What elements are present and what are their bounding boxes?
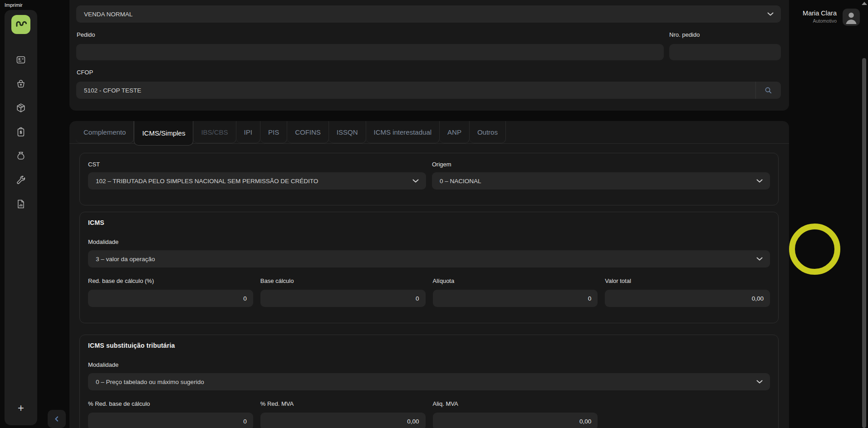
tab-pis[interactable]: PIS [260, 121, 287, 143]
pedido-field [76, 44, 664, 60]
search-icon [765, 87, 772, 94]
tab-cofins[interactable]: COFINS [287, 121, 329, 143]
sidebar-item-sales[interactable] [15, 78, 26, 89]
avatar[interactable] [843, 9, 860, 26]
sidebar-nav [5, 54, 37, 209]
print-tooltip: Imprimir [5, 2, 23, 8]
icms-st-title: ICMS substituição tributária [88, 342, 770, 349]
chevron-down-icon [412, 179, 419, 183]
origem-label: Origem [432, 161, 451, 168]
icms-red-base-label: Red. base de cálculo (%) [88, 277, 154, 284]
tab-ibs-cbs[interactable]: IBS/CBS [193, 121, 236, 143]
money-bag-icon [15, 151, 26, 161]
basket-icon [15, 78, 26, 89]
sale-type-select[interactable]: VENDA NORMAL [76, 5, 781, 23]
id-card-icon [15, 54, 26, 65]
icms-valor-total-label: Valor total [605, 277, 631, 284]
sidebar-item-products[interactable] [15, 102, 26, 113]
sidebar-add-button[interactable]: + [5, 402, 37, 414]
icms-valor-total-input[interactable]: 0,00 [605, 290, 770, 307]
user-name: Maria Clara [803, 10, 837, 17]
nro-pedido-label: Nro. pedido [669, 31, 700, 38]
origem-value: 0 – NACIONAL [440, 178, 481, 185]
app-logo[interactable] [11, 15, 30, 34]
cfop-field: 5102 - CFOP TESTE [76, 82, 781, 99]
st-aliq-mva-label: Aliq. MVA [433, 400, 458, 407]
report-file-icon [15, 199, 26, 209]
icms-st-panel: ICMS substituição tributária Modalidade … [79, 335, 779, 428]
tab-icms-simples[interactable]: ICMS/Simples [134, 121, 193, 146]
logo-wave-icon [14, 18, 28, 31]
order-header-card: VENDA NORMAL Pedido Nro. pedido CFOP 510… [69, 0, 789, 111]
cfop-search-button[interactable] [755, 82, 781, 99]
cfop-label: CFOP [77, 69, 93, 76]
icms-st-modalidade-label: Modalidade [88, 361, 770, 368]
origem-select[interactable]: 0 – NACIONAL [432, 172, 770, 190]
icms-modalidade-select[interactable]: 3 – valor da operação [88, 250, 770, 268]
cfop-value[interactable]: 5102 - CFOP TESTE [76, 82, 755, 99]
scrollbar-thumb[interactable] [862, 58, 866, 428]
clipboard-dollar-icon [15, 126, 26, 137]
scrollbar-up-arrow[interactable] [862, 2, 867, 5]
tab-complemento[interactable]: Complemento [76, 121, 134, 143]
icms-base-calculo-input[interactable]: 0 [260, 290, 426, 307]
tab-icms-interestadual[interactable]: ICMS interestadual [366, 121, 440, 143]
icms-base-calculo-label: Base cálculo [260, 277, 294, 284]
chevron-down-icon [767, 12, 774, 16]
sidebar-item-reports[interactable] [15, 199, 26, 209]
chevron-down-icon [756, 257, 763, 261]
sidebar-item-finance[interactable] [15, 151, 26, 161]
cst-label: CST [88, 161, 100, 168]
user-menu[interactable]: Maria Clara Automotivo [803, 9, 860, 26]
st-red-base-input[interactable]: 0 [88, 413, 253, 428]
user-role: Automotivo [803, 18, 837, 24]
tab-outros[interactable]: Outros [470, 121, 506, 143]
icms-aliquota-label: Alíquota [433, 277, 455, 284]
st-red-base-label: % Red. base de cálculo [88, 400, 150, 407]
nro-pedido-input[interactable] [669, 44, 781, 60]
nro-pedido-field [669, 44, 781, 60]
tax-tabs: Complemento ICMS/Simples IBS/CBS IPI PIS… [69, 121, 789, 144]
pedido-input[interactable] [76, 44, 664, 60]
icms-st-modalidade-value: 0 – Preço tabelado ou máximo sugerido [96, 379, 204, 385]
sidebar-collapse-button[interactable] [48, 410, 66, 428]
cst-value: 102 – TRIBUTADA PELO SIMPLES NACIONAL SE… [96, 178, 318, 185]
tax-card: Complemento ICMS/Simples IBS/CBS IPI PIS… [69, 121, 789, 428]
chevron-down-icon [756, 179, 763, 183]
cst-select[interactable]: 102 – TRIBUTADA PELO SIMPLES NACIONAL SE… [88, 172, 426, 190]
tab-anp[interactable]: ANP [440, 121, 470, 143]
st-aliq-mva-input[interactable]: 0,00 [433, 413, 598, 428]
st-red-mva-input[interactable]: 0,00 [260, 413, 426, 428]
sidebar-item-services[interactable] [15, 175, 26, 185]
sidebar: + [5, 10, 37, 425]
package-icon [15, 102, 26, 113]
chevron-down-icon [756, 380, 763, 384]
annotation-highlight-circle [789, 224, 840, 275]
sidebar-item-billing[interactable] [15, 126, 26, 137]
person-icon [843, 9, 860, 26]
chevron-left-icon [54, 416, 60, 422]
tab-issqn[interactable]: ISSQN [329, 121, 366, 143]
icms-modalidade-label: Modalidade [88, 238, 770, 245]
wrench-icon [15, 175, 26, 185]
icms-st-modalidade-select[interactable]: 0 – Preço tabelado ou máximo sugerido [88, 373, 770, 390]
icms-aliquota-input[interactable]: 0 [433, 290, 598, 307]
icms-title: ICMS [88, 219, 770, 226]
cst-origem-panel: CST 102 – TRIBUTADA PELO SIMPLES NACIONA… [79, 153, 779, 205]
user-texts: Maria Clara Automotivo [803, 9, 837, 24]
st-red-mva-label: % Red. MVA [260, 400, 294, 407]
sale-type-value: VENDA NORMAL [84, 11, 132, 18]
icms-red-base-input[interactable]: 0 [88, 290, 253, 307]
pedido-label: Pedido [77, 31, 95, 38]
icms-modalidade-value: 3 – valor da operação [96, 256, 155, 263]
icms-panel: ICMS Modalidade 3 – valor da operação Re… [79, 212, 779, 323]
sidebar-item-registrations[interactable] [15, 54, 26, 65]
tab-ipi[interactable]: IPI [236, 121, 260, 143]
